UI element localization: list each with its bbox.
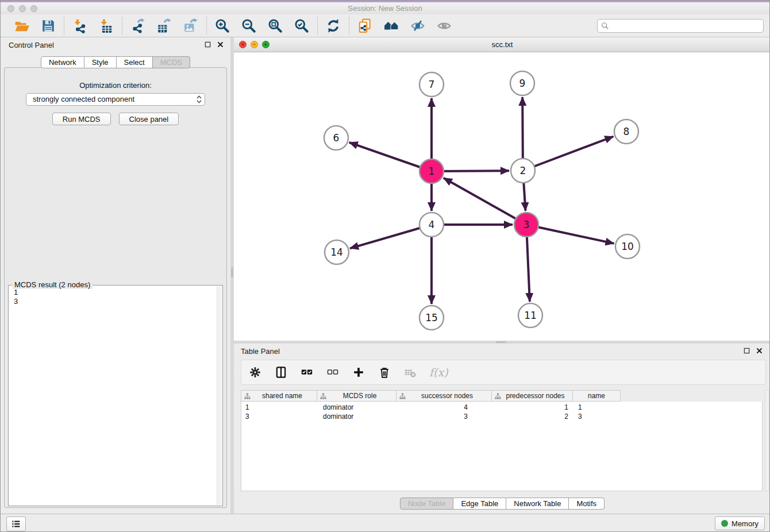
table-cell[interactable]: 1 (492, 403, 573, 412)
tab-node-table[interactable]: Node Table (400, 498, 454, 510)
close-panel-icon[interactable] (217, 41, 224, 48)
table-scrollbar[interactable] (765, 390, 769, 491)
graph-node-2[interactable]: 2 (511, 159, 535, 183)
table-row: 1dominator411 (241, 403, 762, 412)
graph-node-1[interactable]: 1 (419, 159, 444, 183)
close-panel-button[interactable]: Close panel (119, 113, 179, 125)
delete-table-button[interactable] (403, 365, 417, 379)
search-icon (601, 22, 609, 30)
criterion-select[interactable]: strongly connected component (26, 93, 205, 106)
network-canvas[interactable]: 7968124314101511 (234, 52, 770, 340)
graph-node-15[interactable]: 15 (419, 306, 444, 330)
refresh-button[interactable] (325, 18, 341, 34)
export-table-button[interactable] (156, 18, 172, 34)
table-cell[interactable]: 3 (396, 412, 492, 421)
tab-motifs[interactable]: Motifs (569, 498, 605, 510)
graph-node-8[interactable]: 8 (614, 119, 638, 144)
table-tabs: Node TableEdge TableNetwork TableMotifs (234, 498, 770, 510)
column-header-predecessor-nodes[interactable]: predecessor nodes (492, 391, 573, 401)
column-header-shared-name[interactable]: shared name (241, 391, 317, 401)
graph-node-3[interactable]: 3 (514, 213, 538, 237)
select-all-checks-icon (301, 366, 313, 379)
import-table-button[interactable] (98, 18, 114, 34)
toolbar-group (318, 18, 349, 34)
graph-edge-1-6[interactable] (349, 142, 432, 171)
titlebar: Session: New Session (1, 1, 769, 15)
graph-edge-2-8[interactable] (523, 137, 614, 171)
table-cell[interactable]: dominator (317, 412, 396, 421)
zoom-in-button[interactable] (214, 18, 230, 34)
select-all-checks-button[interactable] (300, 365, 314, 379)
table-cell[interactable]: 3 (573, 412, 620, 421)
table-cell[interactable]: 2 (492, 412, 573, 421)
float-table-panel-icon[interactable] (744, 348, 750, 354)
settings-gear-button[interactable] (248, 365, 262, 379)
graph-node-11[interactable]: 11 (518, 303, 542, 327)
memory-button[interactable]: Memory (715, 516, 765, 530)
function-builder-icon[interactable]: f(x) (429, 366, 448, 379)
graph-edge-3-10[interactable] (526, 225, 614, 244)
network-window-title: scc.txt (234, 37, 770, 52)
zoom-out-button[interactable] (241, 18, 257, 34)
tab-edge-table[interactable]: Edge Table (453, 498, 506, 510)
column-header-successor-nodes[interactable]: successor nodes (396, 391, 492, 401)
table-cell[interactable]: 4 (396, 403, 492, 412)
delete-column-button[interactable] (378, 365, 391, 379)
open-folder-button[interactable] (14, 18, 30, 34)
graph-edge-3-1[interactable] (444, 178, 526, 225)
column-header-name[interactable]: name (573, 391, 620, 401)
split-columns-button[interactable] (274, 365, 288, 379)
splitter-grip-horizontal[interactable] (496, 341, 506, 343)
table-cell[interactable]: 3 (241, 412, 317, 421)
zoom-selected-button[interactable] (294, 18, 310, 34)
zoom-fit-button[interactable] (267, 18, 283, 34)
show-all-button[interactable] (436, 18, 452, 34)
home-layout-button[interactable] (383, 18, 399, 34)
task-history-button[interactable] (6, 516, 26, 531)
svg-text:11: 11 (524, 310, 537, 321)
run-mcds-button[interactable]: Run MCDS (52, 113, 111, 125)
tab-network[interactable]: Network (41, 56, 84, 68)
graph-node-9[interactable]: 9 (510, 71, 534, 95)
tab-select[interactable]: Select (117, 56, 153, 68)
control-panel-header: Control Panel (1, 37, 230, 52)
control-panel: Control Panel NetworkStyleSelectMCDS Opt… (1, 37, 230, 514)
table-cell[interactable]: 1 (573, 403, 620, 412)
clear-checks-button[interactable] (326, 365, 340, 379)
graph-node-14[interactable]: 14 (325, 240, 349, 264)
svg-text:2: 2 (520, 165, 526, 176)
table-cell[interactable]: 1 (241, 403, 317, 412)
tab-style[interactable]: Style (84, 56, 117, 68)
status-bar: Memory (1, 514, 769, 532)
toolbar-group (122, 18, 206, 34)
close-table-panel-icon[interactable] (756, 348, 763, 354)
split-columns-icon (275, 366, 287, 379)
tab-network-table[interactable]: Network Table (506, 498, 569, 510)
search-input[interactable] (597, 19, 764, 33)
open-folder-icon (14, 18, 29, 33)
network-minimize-button[interactable]: − (251, 41, 258, 48)
export-network-button[interactable] (130, 18, 146, 34)
float-panel-icon[interactable] (205, 41, 211, 48)
network-maximize-button[interactable]: + (262, 41, 270, 48)
import-network-button[interactable] (72, 18, 88, 34)
mcds-result-textarea[interactable]: 1 3 (9, 286, 217, 505)
add-column-button[interactable] (352, 365, 365, 379)
clone-network-button[interactable] (357, 18, 373, 34)
save-session-button[interactable] (40, 18, 56, 34)
result-scrollbar[interactable] (217, 286, 222, 505)
export-image-button[interactable] (183, 18, 199, 34)
mcds-buttons-row: Run MCDS Close panel (5, 113, 226, 125)
column-header-MCDS-role[interactable]: MCDS role (317, 391, 396, 401)
graph-node-7[interactable]: 7 (419, 72, 444, 97)
graph-node-6[interactable]: 6 (324, 126, 348, 150)
graph-node-4[interactable]: 4 (419, 213, 444, 237)
splitter-grip[interactable] (231, 267, 233, 277)
table-cell[interactable]: dominator (317, 403, 396, 412)
graph-node-10[interactable]: 10 (615, 234, 640, 259)
column-label: predecessor nodes (501, 392, 569, 400)
memory-label: Memory (732, 519, 759, 528)
hide-selected-button[interactable] (410, 18, 426, 34)
tab-mcds[interactable]: MCDS (153, 56, 190, 68)
network-close-button[interactable]: × (239, 41, 247, 48)
